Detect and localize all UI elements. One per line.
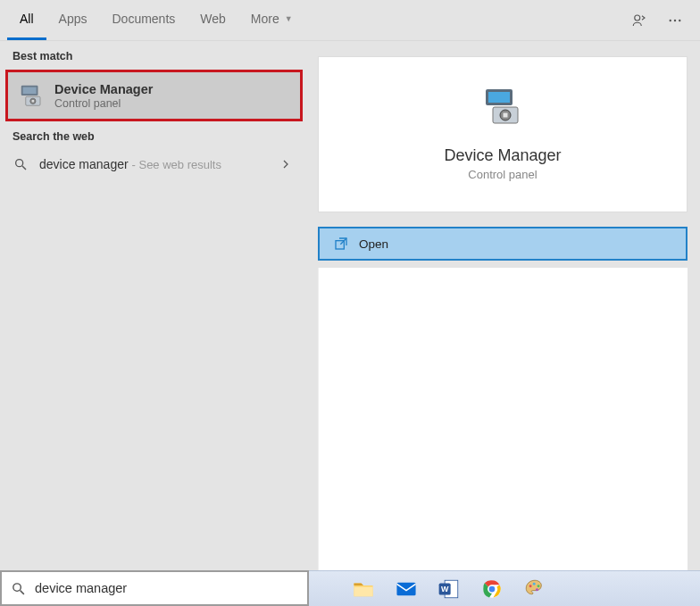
svg-rect-8 xyxy=(32,100,35,103)
taskbar-word[interactable]: W xyxy=(429,571,470,606)
svg-point-2 xyxy=(674,19,676,21)
detail-card: Device Manager Control panel xyxy=(318,56,688,212)
open-button[interactable]: Open xyxy=(318,227,688,261)
mail-icon xyxy=(395,577,418,601)
svg-rect-12 xyxy=(488,92,510,103)
web-search-result[interactable]: device manager - See web results xyxy=(0,150,309,178)
device-manager-large-icon xyxy=(481,86,524,129)
open-icon xyxy=(334,237,348,251)
tab-documents[interactable]: Documents xyxy=(99,0,188,40)
svg-point-3 xyxy=(679,19,680,21)
svg-point-0 xyxy=(635,15,640,21)
detail-pane: Device Manager Control panel Open xyxy=(309,41,700,570)
word-icon: W xyxy=(438,577,461,601)
taskbar: W xyxy=(309,570,700,606)
tab-apps[interactable]: Apps xyxy=(46,0,100,40)
taskbar-paint[interactable] xyxy=(514,571,555,606)
svg-rect-15 xyxy=(504,113,508,118)
best-match-result[interactable]: Device Manager Control panel xyxy=(5,70,303,121)
tab-all[interactable]: All xyxy=(7,0,46,40)
svg-point-18 xyxy=(13,583,21,591)
group-search-web: Search the web xyxy=(0,121,309,150)
search-box[interactable] xyxy=(0,570,309,606)
search-input[interactable] xyxy=(35,581,298,595)
results-pane: Best match Device Manager Control panel … xyxy=(0,41,309,570)
file-explorer-icon xyxy=(352,577,375,601)
taskbar-mail[interactable] xyxy=(386,571,427,606)
detail-blank-area xyxy=(318,268,688,570)
best-match-title: Device Manager xyxy=(54,82,153,96)
feedback-icon xyxy=(631,12,647,29)
taskbar-chrome[interactable] xyxy=(471,571,512,606)
svg-point-1 xyxy=(670,19,671,21)
detail-subtitle: Control panel xyxy=(468,168,537,181)
more-icon xyxy=(667,12,683,29)
paint-icon xyxy=(523,577,546,601)
svg-point-9 xyxy=(16,160,23,167)
svg-point-31 xyxy=(536,588,538,591)
svg-point-30 xyxy=(538,585,540,587)
search-icon xyxy=(11,581,26,596)
search-tabs: All Apps Documents Web More▼ xyxy=(0,0,700,41)
svg-rect-5 xyxy=(23,87,37,95)
web-result-text: device manager - See web results xyxy=(39,157,270,171)
svg-point-29 xyxy=(533,582,536,585)
svg-line-10 xyxy=(22,166,26,170)
svg-text:W: W xyxy=(441,585,449,594)
svg-line-19 xyxy=(21,590,24,594)
device-manager-icon xyxy=(17,81,46,110)
feedback-button[interactable] xyxy=(621,0,657,40)
svg-rect-20 xyxy=(354,586,372,596)
chevron-right-icon xyxy=(280,159,296,170)
taskbar-file-explorer[interactable] xyxy=(343,571,384,606)
svg-rect-21 xyxy=(396,582,415,595)
open-label: Open xyxy=(359,237,388,251)
tab-web[interactable]: Web xyxy=(188,0,238,40)
detail-title: Device Manager xyxy=(444,146,561,165)
more-options-button[interactable] xyxy=(657,0,693,40)
search-icon xyxy=(12,157,29,171)
bottom-bar: W xyxy=(0,570,700,606)
chrome-icon xyxy=(481,578,503,600)
group-best-match: Best match xyxy=(0,41,309,70)
caret-down-icon: ▼ xyxy=(285,14,293,23)
svg-point-28 xyxy=(529,585,532,587)
tab-more[interactable]: More▼ xyxy=(238,0,305,40)
best-match-subtitle: Control panel xyxy=(54,97,153,110)
